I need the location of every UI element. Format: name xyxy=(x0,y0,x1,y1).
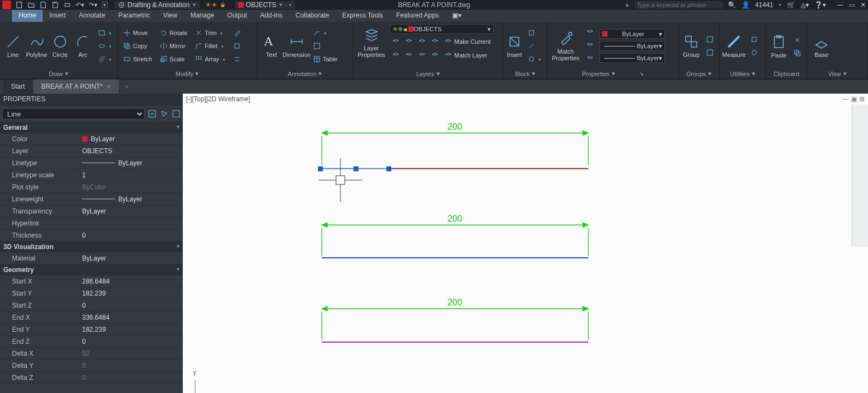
panel-view-label[interactable]: View▾ xyxy=(807,70,867,79)
prop-linetype[interactable]: LinetypeByLayer xyxy=(0,157,183,169)
app-icon[interactable] xyxy=(2,1,11,9)
tab-output[interactable]: Output xyxy=(221,10,253,22)
scale-button[interactable]: Scale xyxy=(158,53,189,65)
prop-endx[interactable]: End X336.6484 xyxy=(0,311,183,323)
grip-start[interactable] xyxy=(318,166,323,171)
mirror-button[interactable]: Mirror xyxy=(158,40,189,52)
block-tool3[interactable] xyxy=(525,53,543,65)
layer-tool6[interactable] xyxy=(403,49,415,61)
group-3dviz[interactable]: 3D Visualization▾ xyxy=(0,241,183,252)
tab-document[interactable]: BREAK AT A POINT*✕ xyxy=(33,79,118,94)
prop-starty[interactable]: Start Y182.239 xyxy=(0,287,183,299)
color-combo[interactable]: ByLayer▾ xyxy=(599,29,665,39)
explode-button[interactable] xyxy=(231,40,243,52)
layer-tool3[interactable] xyxy=(416,36,428,48)
prop-color[interactable]: ColorByLayer xyxy=(0,133,183,145)
make-current-button[interactable]: Make Current xyxy=(442,36,493,48)
prop-thickness[interactable]: Thickness0 xyxy=(0,229,183,241)
user-icon[interactable]: 👤 xyxy=(742,1,750,9)
circle-button[interactable]: Circle xyxy=(50,34,70,58)
insert-button[interactable]: Insert xyxy=(507,34,522,58)
match-properties-button[interactable]: Match Properties xyxy=(551,31,581,61)
prop-endy[interactable]: End Y182.239 xyxy=(0,323,183,336)
close-icon[interactable]: ✕ xyxy=(860,1,866,9)
layer-props-tool[interactable] xyxy=(584,27,596,39)
ltype-combo[interactable]: ByLayer▾ xyxy=(599,53,665,63)
measure-button[interactable]: Measure xyxy=(723,34,745,58)
cut-button[interactable] xyxy=(791,34,803,46)
text-button[interactable]: AText xyxy=(261,34,282,58)
panel-block-label[interactable]: Block▾ xyxy=(504,70,547,79)
user-name[interactable]: 41441 xyxy=(755,1,773,9)
panel-draw-label[interactable]: Draw▾ xyxy=(0,70,117,79)
panel-annotation-label[interactable]: Annotation▾ xyxy=(257,70,352,79)
autodesk-icon[interactable]: ◬▾ xyxy=(801,1,809,9)
rotate-button[interactable]: Rotate xyxy=(158,27,189,39)
layer-tool8[interactable] xyxy=(429,49,441,61)
line-button[interactable]: Line xyxy=(3,34,22,58)
undo-icon[interactable]: ↶▾ xyxy=(76,1,84,9)
plot-icon[interactable] xyxy=(63,1,71,9)
new-icon[interactable] xyxy=(15,1,23,9)
new-tab-button[interactable]: ＋ xyxy=(120,79,134,94)
stretch-button[interactable]: Stretch xyxy=(121,53,154,65)
trim-button[interactable]: Trim xyxy=(193,27,227,39)
grip-mid[interactable] xyxy=(354,166,358,171)
move-button[interactable]: Move xyxy=(121,27,154,39)
close-tab-icon[interactable]: ✕ xyxy=(106,83,111,90)
redo-icon[interactable]: ↷▾ xyxy=(89,1,97,9)
tab-featuredapps[interactable]: Featured Apps xyxy=(390,10,445,22)
panel-groups-label[interactable]: Groups▾ xyxy=(679,70,719,79)
prop-material[interactable]: MaterialByLayer xyxy=(0,252,183,264)
tab-parametric[interactable]: Parametric xyxy=(112,10,157,22)
prop-ltscale[interactable]: Linetype scale1 xyxy=(0,169,183,181)
layer-tool5[interactable] xyxy=(390,49,402,61)
prop-hyperlink[interactable]: Hyperlink xyxy=(0,217,183,229)
entity-type-select[interactable]: Line xyxy=(2,108,144,119)
dim-more-button[interactable] xyxy=(311,40,339,52)
pickadd-icon[interactable] xyxy=(172,109,181,118)
save-icon[interactable] xyxy=(39,1,47,9)
saveas-icon[interactable] xyxy=(51,1,59,9)
block-tool2[interactable] xyxy=(525,40,543,52)
prop-transparency[interactable]: TransparencyByLayer xyxy=(0,205,183,217)
lock-icon[interactable] xyxy=(219,2,226,8)
group-geometry[interactable]: Geometry▾ xyxy=(0,264,183,275)
tab-start[interactable]: Start xyxy=(3,79,32,94)
minimize-icon[interactable]: — xyxy=(837,1,843,9)
help-icon[interactable]: ❔▾ xyxy=(814,1,826,9)
tab-addins[interactable]: Add-ins xyxy=(253,10,289,22)
dimension-button[interactable]: Dimension xyxy=(286,34,308,58)
tab-collaborate[interactable]: Collaborate xyxy=(289,10,335,22)
panel-layers-label[interactable]: Layers▾ xyxy=(353,70,503,79)
tab-overflow-icon[interactable]: ▣▾ xyxy=(445,10,468,22)
quick-layer-combo[interactable]: OBJECTS ▼ ▾ xyxy=(235,1,294,9)
util-tool1[interactable] xyxy=(748,33,760,45)
prop-startz[interactable]: Start Z0 xyxy=(0,299,183,311)
arc-button[interactable]: Arc xyxy=(73,34,92,58)
open-icon[interactable] xyxy=(27,1,35,9)
maximize-icon[interactable]: ▭ xyxy=(849,1,855,9)
panel-properties-label[interactable]: Properties▾↘ xyxy=(547,70,678,79)
table-button[interactable]: Table xyxy=(311,53,339,65)
array-button[interactable]: Array xyxy=(193,53,227,65)
app-store-icon[interactable]: 🛒 xyxy=(787,1,795,9)
select-objects-icon[interactable] xyxy=(160,109,169,118)
ellipse-button[interactable] xyxy=(96,40,114,52)
group-general[interactable]: General▾ xyxy=(0,122,183,133)
match-layer-button[interactable]: Match Layer xyxy=(442,49,490,61)
current-layer-combo[interactable]: ☀❄ OBJECTS▾ xyxy=(390,24,494,34)
drawing-canvas[interactable]: [-][Top][2D Wireframe] — ▣ ⊠ 200 xyxy=(183,94,868,393)
lweight-combo[interactable]: ByLayer▾ xyxy=(599,41,665,51)
leader-button[interactable] xyxy=(311,27,339,39)
polyline-button[interactable]: Polyline xyxy=(26,34,47,58)
qat-more-icon[interactable]: ▾ xyxy=(102,2,108,8)
copy-button[interactable]: Copy xyxy=(121,40,154,52)
group-button[interactable]: Group xyxy=(682,34,701,58)
fillet-button[interactable]: Fillet xyxy=(193,40,227,52)
util-tool2[interactable] xyxy=(748,47,760,59)
offset-button[interactable] xyxy=(231,53,243,65)
panel-clipboard-label[interactable]: Clipboard xyxy=(766,71,807,79)
base-button[interactable]: Base xyxy=(811,34,832,58)
workspace-combo[interactable]: Drafting & Annotation ▼ xyxy=(114,1,200,9)
